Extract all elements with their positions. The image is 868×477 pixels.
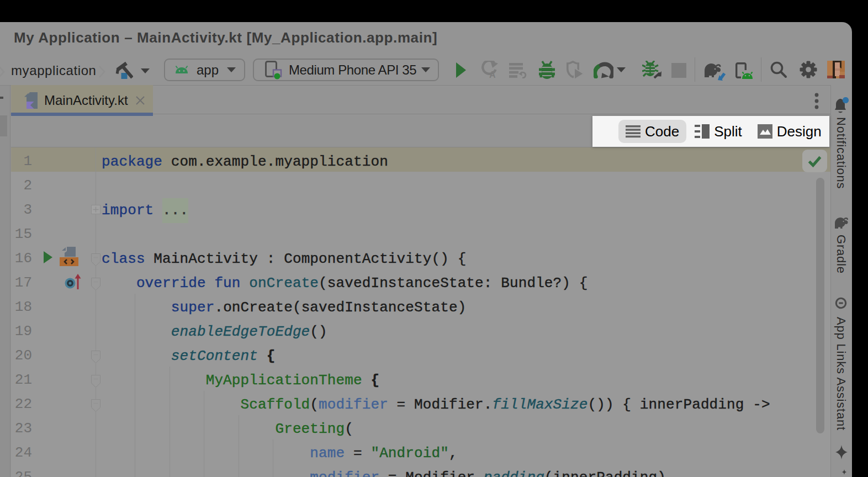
- svg-text:A: A: [489, 70, 496, 80]
